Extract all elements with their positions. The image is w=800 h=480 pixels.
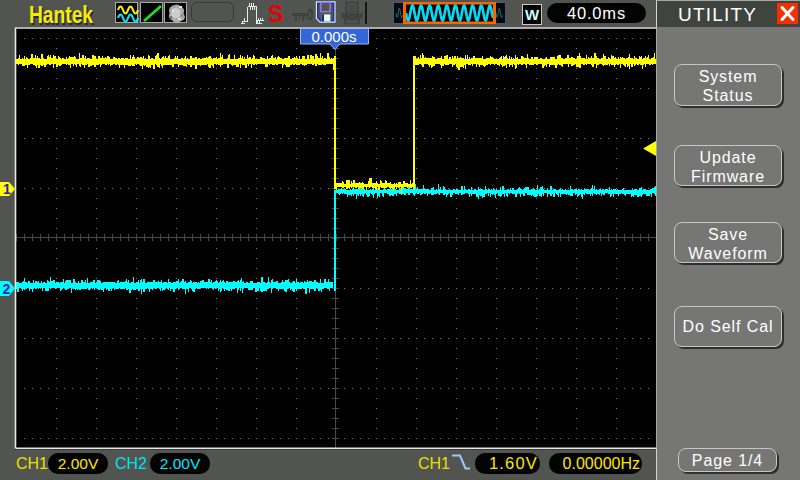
svg-text:1: 1 [3, 181, 11, 197]
svg-text:0.000s: 0.000s [311, 28, 356, 45]
svg-text:2: 2 [3, 281, 11, 297]
